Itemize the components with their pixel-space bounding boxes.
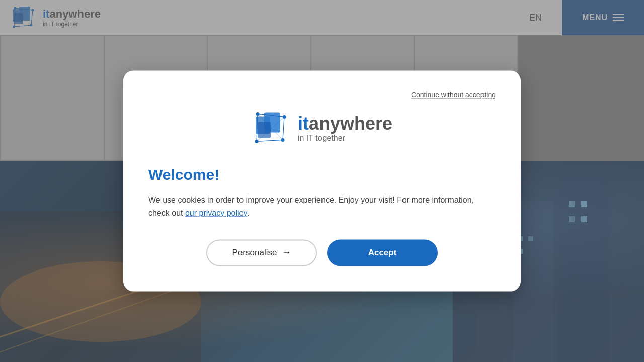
modal-buttons: Personalise → Accept	[148, 240, 496, 266]
cookie-description: We use cookies in order to improve your …	[148, 194, 496, 219]
modal-logo-icon	[252, 109, 292, 149]
svg-line-39	[257, 140, 283, 141]
modal-logo-subtitle: in IT together	[298, 134, 392, 143]
privacy-policy-link[interactable]: our privacy policy	[185, 209, 248, 218]
cookie-modal: Continue without accepting itanywhere in…	[123, 70, 521, 291]
modal-logo-text: itanywhere in IT together	[298, 115, 392, 143]
modal-top: Continue without accepting	[148, 90, 496, 99]
svg-line-38	[283, 117, 284, 140]
accept-button[interactable]: Accept	[327, 240, 438, 266]
svg-rect-32	[258, 122, 271, 138]
continue-without-accepting-button[interactable]: Continue without accepting	[411, 90, 496, 99]
personalise-button[interactable]: Personalise →	[206, 240, 317, 266]
arrow-icon: →	[282, 248, 291, 258]
modal-logo: itanywhere in IT together	[148, 109, 496, 149]
cookie-text-after: .	[248, 209, 250, 217]
modal-logo-it: it	[298, 113, 309, 134]
personalise-label: Personalise	[232, 248, 277, 258]
modal-logo-anywhere: itanywhere	[298, 115, 392, 133]
welcome-title: Welcome!	[148, 166, 496, 184]
